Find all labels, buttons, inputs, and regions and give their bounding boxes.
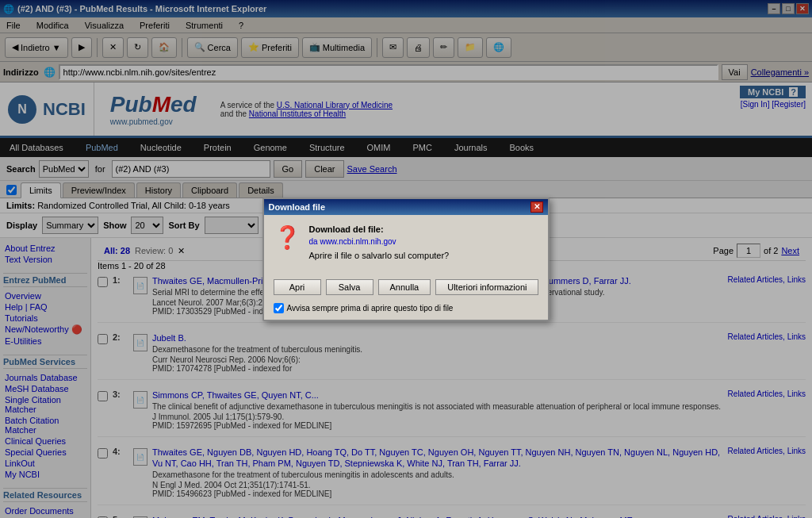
- modal-open-button[interactable]: Apri: [274, 279, 321, 295]
- modal-save-button[interactable]: Salva: [326, 279, 373, 295]
- modal-close-button[interactable]: ✕: [530, 201, 543, 213]
- modal-checkbox-row: Avvisa sempre prima di aprire questo tip…: [264, 303, 549, 320]
- modal-dialog: Download file ✕ ❓ Download del file: da …: [262, 198, 550, 321]
- modal-more-info-button[interactable]: Ulteriori informazioni: [435, 279, 538, 295]
- modal-question: Aprire il file o salvarlo sul computer?: [309, 251, 450, 260]
- modal-body: ❓ Download del file: da www.ncbi.nlm.nih…: [264, 215, 549, 276]
- modal-title: Download file: [269, 202, 326, 212]
- modal-titlebar: Download file ✕: [264, 199, 549, 215]
- modal-always-ask-checkbox[interactable]: [274, 303, 284, 313]
- modal-url: da www.ncbi.nlm.nih.gov: [309, 237, 450, 246]
- modal-overlay: Download file ✕ ❓ Download del file: da …: [0, 0, 812, 518]
- modal-download-label: Download del file:: [309, 224, 450, 234]
- modal-question-icon: ❓: [274, 224, 301, 251]
- modal-text: Download del file: da www.ncbi.nlm.nih.g…: [309, 224, 450, 267]
- modal-checkbox-label: Avvisa sempre prima di aprire questo tip…: [287, 304, 454, 313]
- modal-buttons: Apri Salva Annulla Ulteriori informazion…: [264, 276, 549, 303]
- modal-cancel-button[interactable]: Annulla: [378, 279, 431, 295]
